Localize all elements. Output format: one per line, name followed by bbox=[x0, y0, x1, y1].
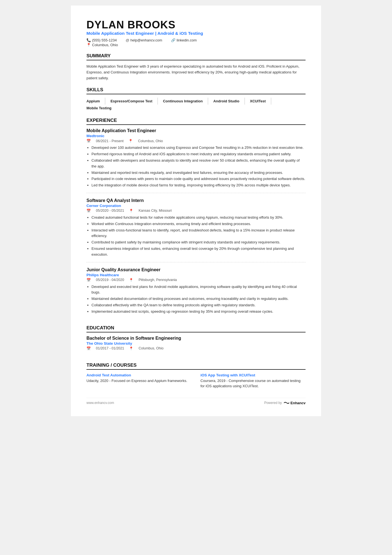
skills-title: SKILLS bbox=[86, 87, 306, 94]
summary-title: SUMMARY bbox=[86, 53, 306, 60]
job-bullets: Developed over 100 automated test scenar… bbox=[86, 145, 306, 188]
job-location-icon: 📍 bbox=[128, 139, 133, 143]
job-meta: 📅 05/2020 - 05/2021 📍 Kansas City, Misso… bbox=[86, 209, 306, 213]
powered-by: Powered by Enhancv bbox=[264, 401, 306, 405]
candidate-title: Mobile Application Test Engineer | Andro… bbox=[86, 31, 306, 36]
job-dates: 05/2019 - 04/2020 bbox=[96, 278, 124, 282]
company-name: Medtronic bbox=[86, 134, 306, 138]
job-title: Mobile Application Test Engineer bbox=[86, 128, 306, 133]
email-icon: @ bbox=[126, 38, 129, 42]
header: DYLAN BROOKS Mobile Application Test Eng… bbox=[86, 19, 306, 47]
skill-item: Mobile Testing bbox=[86, 105, 116, 112]
edu-school: The Ohio State University bbox=[86, 341, 306, 346]
job-location: Pittsburgh, Pennsylvania bbox=[138, 278, 177, 282]
job-title: Software QA Analyst Intern bbox=[86, 198, 306, 203]
skill-item: Appium bbox=[86, 98, 105, 105]
enhancv-logo-svg bbox=[284, 401, 290, 405]
edu-location: Columbus, Ohio bbox=[138, 346, 163, 350]
bullet-item: Contributed to patient safety by maintai… bbox=[91, 240, 306, 245]
enhancv-text: Enhancv bbox=[291, 401, 306, 405]
job-bullets: Created automated functional tests for n… bbox=[86, 215, 306, 258]
email-item: @ help@enhancv.com bbox=[126, 38, 162, 42]
course-item: iOS App Testing with XCUITestCoursera, 2… bbox=[200, 373, 306, 389]
edu-location-icon: 📍 bbox=[129, 346, 133, 351]
skill-item: Android Studio bbox=[213, 98, 245, 105]
calendar-icon: 📅 bbox=[86, 278, 91, 282]
experience-title: EXPERIENCE bbox=[86, 118, 306, 125]
email-value: help@enhancv.com bbox=[130, 38, 162, 42]
linkedin-item: 🔗 linkedin.com bbox=[171, 38, 197, 42]
bullet-item: Led the integration of mobile device clo… bbox=[91, 182, 306, 188]
job-meta: 📅 06/2021 - Present 📍 Columbus, Ohio bbox=[86, 139, 306, 143]
course-name: Android Test Automation bbox=[86, 373, 192, 377]
course-description: Udacity, 2020 - Focused on Espresso and … bbox=[86, 378, 192, 384]
job-block: Junior Quality Assurance EngineerPhilips… bbox=[86, 267, 306, 319]
company-name: Philips Healthcare bbox=[86, 273, 306, 277]
location-icon: 📍 bbox=[86, 43, 91, 47]
bullet-item: Interacted with cross-functional teams t… bbox=[91, 228, 306, 239]
education-title: EDUCATION bbox=[86, 325, 306, 332]
edu-degree: Bachelor of Science in Software Engineer… bbox=[86, 336, 306, 341]
bullet-item: Ensured seamless integration of test sui… bbox=[91, 246, 306, 258]
page-footer: www.enhancv.com Powered by Enhancv bbox=[86, 398, 306, 405]
powered-label: Powered by bbox=[264, 401, 282, 405]
job-dates: 06/2021 - Present bbox=[96, 139, 123, 143]
enhancv-brand: Enhancv bbox=[284, 401, 306, 405]
link-icon: 🔗 bbox=[171, 38, 175, 42]
skill-item: Continuous Integration bbox=[163, 98, 208, 105]
training-title: TRAINING / COURSES bbox=[86, 362, 306, 370]
job-location-icon: 📍 bbox=[129, 209, 133, 213]
candidate-name: DYLAN BROOKS bbox=[86, 19, 306, 31]
bullet-item: Implemented automated test scripts, spee… bbox=[91, 309, 306, 315]
course-item: Android Test AutomationUdacity, 2020 - F… bbox=[86, 373, 192, 389]
bullet-item: Maintained detailed documentation of tes… bbox=[91, 296, 306, 302]
job-block: Mobile Application Test EngineerMedtroni… bbox=[86, 128, 306, 193]
footer-url: www.enhancv.com bbox=[86, 401, 114, 405]
bullet-item: Participated in code reviews with peers … bbox=[91, 176, 306, 182]
bullet-item: Developed over 100 automated test scenar… bbox=[91, 145, 306, 151]
edu-meta: 📅 01/2017 - 01/2021 📍 Columbus, Ohio bbox=[86, 346, 306, 351]
bullet-item: Developed and executed test plans for An… bbox=[91, 284, 306, 296]
job-title: Junior Quality Assurance Engineer bbox=[86, 267, 306, 272]
jobs-container: Mobile Application Test EngineerMedtroni… bbox=[86, 128, 306, 319]
job-dates: 05/2020 - 05/2021 bbox=[96, 209, 124, 213]
education-section: EDUCATION Bachelor of Science in Softwar… bbox=[86, 325, 306, 356]
skill-item: XCUITest bbox=[250, 98, 271, 105]
training-section: TRAINING / COURSES Android Test Automati… bbox=[86, 362, 306, 389]
location-row: 📍 Columbus, Ohio bbox=[86, 43, 306, 47]
phone-item: 📞 (555) 555-1234 bbox=[86, 38, 117, 42]
bullet-item: Worked within Continuous Integration env… bbox=[91, 221, 306, 227]
calendar-icon: 📅 bbox=[86, 139, 91, 143]
bullet-item: Collaborated effectively with the QA tea… bbox=[91, 302, 306, 308]
location-value: Columbus, Ohio bbox=[92, 43, 118, 47]
edu-dates: 01/2017 - 01/2021 bbox=[96, 346, 124, 350]
bullet-item: Created automated functional tests for n… bbox=[91, 215, 306, 221]
job-bullets: Developed and executed test plans for An… bbox=[86, 284, 306, 315]
course-description: Coursera, 2019 - Comprehensive course on… bbox=[200, 378, 306, 389]
bullet-item: Performed rigorous testing of Android an… bbox=[91, 151, 306, 157]
contact-row: 📞 (555) 555-1234 @ help@enhancv.com 🔗 li… bbox=[86, 38, 306, 42]
edu-dates-icon: 📅 bbox=[86, 346, 91, 351]
resume-page: DYLAN BROOKS Mobile Application Test Eng… bbox=[71, 6, 321, 416]
linkedin-value: linkedin.com bbox=[177, 38, 197, 42]
skills-section: SKILLS AppiumEspresso/Compose TestContin… bbox=[86, 87, 306, 112]
summary-text: Mobile Application Test Engineer with 3 … bbox=[86, 64, 306, 81]
bullet-item: Maintained and reported test results reg… bbox=[91, 170, 306, 176]
experience-section: EXPERIENCE Mobile Application Test Engin… bbox=[86, 118, 306, 319]
company-name: Cerner Corporation bbox=[86, 204, 306, 208]
skill-item: Espresso/Compose Test bbox=[110, 98, 158, 105]
job-location-icon: 📍 bbox=[129, 278, 133, 282]
job-block: Software QA Analyst InternCerner Corpora… bbox=[86, 198, 306, 262]
phone-icon: 📞 bbox=[86, 38, 91, 42]
phone-value: (555) 555-1234 bbox=[92, 38, 117, 42]
skills-row: AppiumEspresso/Compose TestContinuous In… bbox=[86, 98, 306, 112]
location-item: 📍 Columbus, Ohio bbox=[86, 43, 118, 47]
course-name: iOS App Testing with XCUITest bbox=[200, 373, 306, 377]
calendar-icon: 📅 bbox=[86, 209, 91, 213]
job-meta: 📅 05/2019 - 04/2020 📍 Pittsburgh, Pennsy… bbox=[86, 278, 306, 282]
courses-grid: Android Test AutomationUdacity, 2020 - F… bbox=[86, 373, 306, 389]
education-block: Bachelor of Science in Software Engineer… bbox=[86, 336, 306, 356]
summary-section: SUMMARY Mobile Application Test Engineer… bbox=[86, 53, 306, 81]
job-location: Kansas City, Missouri bbox=[138, 209, 172, 213]
job-location: Columbus, Ohio bbox=[138, 139, 163, 143]
